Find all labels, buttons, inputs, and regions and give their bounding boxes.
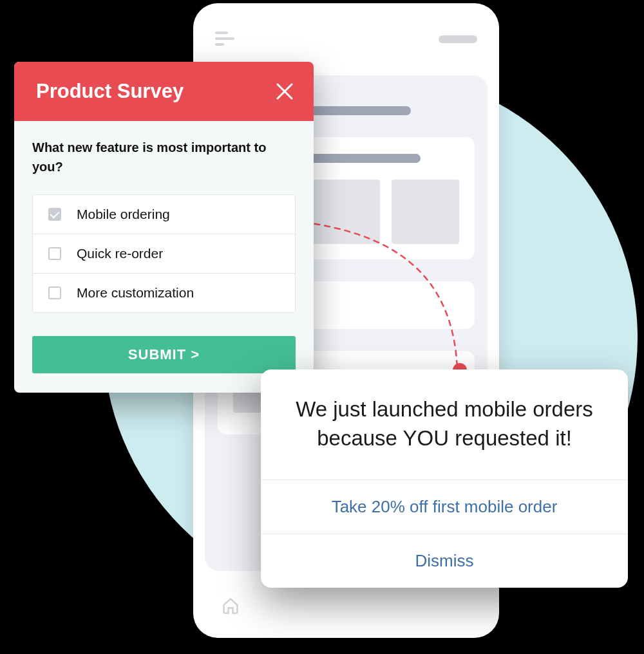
notification-primary-action[interactable]: Take 20% off first mobile order: [261, 480, 628, 534]
survey-question: What new feature is most important to yo…: [32, 138, 296, 176]
notification-card: We just launched mobile orders because Y…: [261, 369, 628, 588]
survey-option[interactable]: More customization: [33, 274, 295, 312]
svg-rect-2: [215, 43, 224, 46]
checkbox-icon[interactable]: [48, 286, 61, 299]
placeholder-square: [392, 180, 459, 244]
close-icon[interactable]: [275, 82, 294, 101]
survey-modal: Product Survey What new feature is most …: [14, 62, 314, 393]
notification-headline: We just launched mobile orders because Y…: [289, 395, 600, 453]
survey-title: Product Survey: [36, 80, 184, 103]
option-label: More customization: [77, 285, 194, 301]
survey-header: Product Survey: [14, 62, 314, 121]
header-placeholder: [439, 35, 477, 43]
hamburger-icon: [215, 32, 234, 47]
svg-rect-1: [215, 37, 234, 40]
survey-options: Mobile ordering Quick re-order More cust…: [32, 194, 296, 313]
survey-option[interactable]: Mobile ordering: [33, 195, 295, 234]
option-label: Quick re-order: [77, 246, 163, 261]
home-icon: [222, 597, 240, 617]
option-label: Mobile ordering: [77, 207, 170, 222]
notification-dismiss-button[interactable]: Dismiss: [261, 534, 628, 588]
svg-rect-0: [215, 32, 228, 34]
placeholder-square: [312, 180, 380, 244]
submit-button[interactable]: SUBMIT >: [32, 336, 296, 373]
checkbox-icon[interactable]: [48, 247, 61, 260]
checkbox-icon[interactable]: [48, 208, 61, 221]
survey-option[interactable]: Quick re-order: [33, 234, 295, 274]
